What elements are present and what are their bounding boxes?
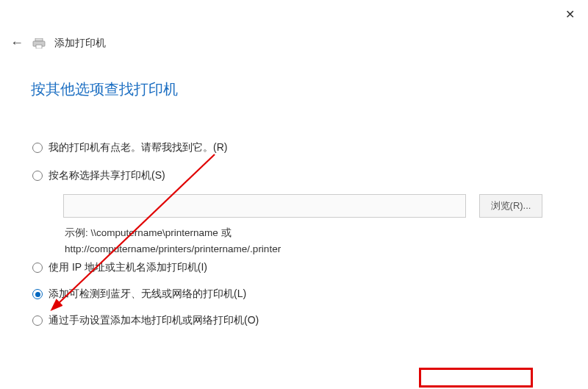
wizard-title: 添加打印机 xyxy=(54,37,106,50)
radio-icon xyxy=(32,289,43,299)
printer-icon xyxy=(32,38,46,49)
example-text: 示例: \\computername\printername 或 http://… xyxy=(65,225,562,257)
option-label: 我的打印机有点老。请帮我找到它。(R) xyxy=(49,141,227,154)
example-line-2: http://computername/printers/printername… xyxy=(65,241,562,257)
wizard-header: ← 添加打印机 xyxy=(10,35,106,51)
example-line-1: 示例: \\computername\printername 或 xyxy=(65,225,562,241)
shared-printer-block: 浏览(R)... 示例: \\computername\printername … xyxy=(63,194,562,257)
option-label: 通过手动设置添加本地打印机或网络打印机(O) xyxy=(49,314,259,327)
radio-icon xyxy=(32,171,43,181)
option-old-printer[interactable]: 我的打印机有点老。请帮我找到它。(R) xyxy=(32,141,562,154)
shared-printer-input[interactable] xyxy=(63,194,466,218)
radio-icon xyxy=(32,143,43,153)
close-button[interactable]: ✕ xyxy=(565,7,575,21)
option-label: 添加可检测到蓝牙、无线或网络的打印机(L) xyxy=(49,288,246,301)
svg-rect-2 xyxy=(36,45,42,49)
option-shared-by-name[interactable]: 按名称选择共享打印机(S) xyxy=(32,169,562,182)
options-group: 我的打印机有点老。请帮我找到它。(R) 按名称选择共享打印机(S) 浏览(R).… xyxy=(32,141,562,327)
option-bluetooth-wireless[interactable]: 添加可检测到蓝牙、无线或网络的打印机(L) xyxy=(32,288,562,301)
option-label: 使用 IP 地址或主机名添加打印机(I) xyxy=(49,261,207,274)
radio-icon xyxy=(32,315,43,326)
page-title: 按其他选项查找打印机 xyxy=(31,79,178,99)
browse-button[interactable]: 浏览(R)... xyxy=(479,194,542,218)
radio-icon xyxy=(32,263,43,273)
back-button[interactable]: ← xyxy=(10,35,24,51)
option-label: 按名称选择共享打印机(S) xyxy=(49,169,165,182)
option-ip-hostname[interactable]: 使用 IP 地址或主机名添加打印机(I) xyxy=(32,261,562,274)
option-manual-local[interactable]: 通过手动设置添加本地打印机或网络打印机(O) xyxy=(32,314,562,327)
svg-rect-0 xyxy=(35,38,43,41)
annotation-highlight-box xyxy=(419,368,533,388)
